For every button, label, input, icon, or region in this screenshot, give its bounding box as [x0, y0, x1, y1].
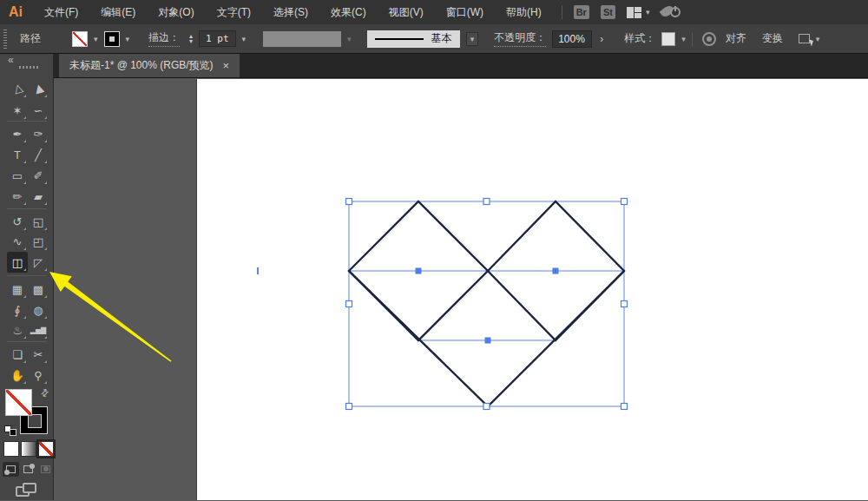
menu-bar-right: Br St ▾ [562, 4, 682, 20]
anchor-point[interactable] [416, 268, 422, 274]
menu-effect[interactable]: 效果(C) [319, 0, 378, 24]
type-tool[interactable]: T [7, 144, 28, 165]
screen-mode-button[interactable] [16, 483, 38, 498]
recolor-artwork-icon[interactable] [702, 32, 716, 46]
style-swatch[interactable] [661, 32, 675, 46]
stroke-weight-stepper[interactable]: ▴ ▾ [189, 34, 193, 44]
draw-behind-mode-button[interactable] [20, 462, 36, 477]
opacity-label[interactable]: 不透明度： [494, 30, 546, 47]
document-tab[interactable]: 未标题-1* @ 100% (RGB/预览) × [59, 54, 240, 77]
zoom-tool[interactable]: ⚲ [28, 365, 49, 386]
direct-selection-tool[interactable]: ▶ [28, 78, 49, 99]
hand-tool[interactable]: ✋ [7, 365, 28, 386]
menu-edit[interactable]: 编辑(E) [89, 0, 147, 24]
handle-top-mid[interactable] [483, 199, 490, 205]
handle-top-left[interactable] [346, 199, 352, 205]
curvature-tool[interactable]: ✑ [28, 123, 49, 144]
selection-tool[interactable]: ▷ [7, 78, 28, 99]
shape-builder-tool[interactable]: ◫ [7, 252, 28, 273]
handle-bottom-right[interactable] [621, 404, 628, 410]
menu-object[interactable]: 对象(O) [147, 0, 205, 24]
menu-view[interactable]: 视图(V) [378, 0, 435, 24]
handle-bottom-mid[interactable] [483, 404, 490, 410]
control-bar: 路径 ▾ ▾ 描边： ▴ ▾ 1 pt ▾ ▾ 基本 ▾ 不透明度： 100% … [0, 24, 868, 54]
gradient-mode-button[interactable] [21, 441, 36, 457]
column-graph-tool[interactable]: ▂▅▇ [28, 320, 49, 340]
fill-color-swatch[interactable] [72, 31, 88, 47]
gradient-tool[interactable]: ▩ [28, 279, 49, 300]
canvas[interactable] [54, 78, 868, 500]
select-similar-chevron-icon[interactable]: ▾ [816, 35, 820, 43]
menu-file[interactable]: 文件(F) [33, 0, 89, 24]
fill-color-well[interactable] [5, 389, 32, 416]
heart-shape-path[interactable] [349, 201, 624, 406]
artwork-layer [54, 78, 868, 500]
width-tool[interactable]: ∿ [7, 231, 28, 252]
stroke-weight-value[interactable]: 1 pt [199, 30, 236, 47]
stray-anchor-tick[interactable] [257, 267, 259, 274]
pencil-tool[interactable]: ✏ [7, 186, 28, 207]
eraser-tool[interactable]: ▰ [28, 186, 49, 207]
brush-definition-dropdown[interactable]: 基本 [367, 30, 460, 48]
line-segment-tool[interactable]: ╱ [28, 144, 49, 165]
menu-separator [562, 5, 562, 19]
perspective-grid-tool[interactable]: ◸ [28, 252, 49, 273]
color-mode-button[interactable] [3, 441, 19, 457]
scale-tool[interactable]: ◱ [28, 211, 49, 232]
style-chevron-icon[interactable]: ▾ [681, 35, 686, 43]
opacity-expand-icon[interactable]: › [598, 33, 605, 45]
select-similar-icon[interactable] [799, 34, 810, 43]
anchor-point[interactable] [553, 268, 559, 274]
workspace-switcher[interactable]: ▾ [627, 7, 650, 18]
collapse-panel-icon[interactable]: « [8, 54, 14, 66]
handle-mid-right[interactable] [621, 301, 628, 307]
anchor-points[interactable] [416, 268, 559, 344]
swap-fill-stroke-icon[interactable]: ⇄ [38, 386, 52, 400]
handle-top-right[interactable] [621, 199, 628, 205]
draw-inside-mode-button[interactable] [37, 462, 54, 477]
paintbrush-tool[interactable]: ✐ [28, 165, 49, 186]
eyedropper-tool[interactable]: ∮ [7, 300, 28, 320]
brush-chevron-icon[interactable]: ▾ [466, 32, 479, 46]
stock-button[interactable]: St [601, 5, 615, 19]
slice-tool[interactable]: ✂ [28, 344, 49, 365]
document-tab-bar: 未标题-1* @ 100% (RGB/预览) × [54, 54, 868, 78]
menu-bar: Ai 文件(F) 编辑(E) 对象(O) 文字(T) 选择(S) 效果(C) 视… [0, 0, 868, 24]
none-mode-button[interactable] [38, 441, 54, 457]
menu-type[interactable]: 文字(T) [206, 0, 262, 24]
rotate-tool[interactable]: ↺ [7, 211, 28, 232]
gpu-performance-icon[interactable] [661, 4, 681, 20]
menu-window[interactable]: 窗口(W) [435, 0, 495, 24]
mesh-tool[interactable]: ▦ [7, 279, 28, 300]
stroke-color-swatch[interactable] [104, 31, 120, 47]
stepper-down-icon[interactable]: ▾ [189, 39, 193, 44]
transform-button[interactable]: 变换 [762, 31, 783, 46]
magic-wand-tool[interactable]: ✶ [7, 100, 28, 121]
pen-tool[interactable]: ✒ [7, 123, 28, 144]
fill-chevron-icon[interactable]: ▾ [94, 35, 98, 43]
symbol-sprayer-tool[interactable]: ♨ [7, 320, 28, 340]
align-button[interactable]: 对齐 [726, 31, 746, 46]
menu-select[interactable]: 选择(S) [262, 0, 319, 24]
anchor-point[interactable] [485, 338, 491, 344]
handle-bottom-left[interactable] [346, 404, 352, 410]
rectangle-tool[interactable]: ▭ [7, 165, 28, 186]
handle-mid-left[interactable] [346, 301, 352, 307]
default-fill-stroke-icon[interactable] [4, 425, 16, 436]
dock-grip-icon[interactable] [19, 66, 40, 69]
app-logo[interactable]: Ai [9, 4, 23, 20]
selection-bounding-box[interactable] [349, 201, 624, 406]
stroke-chevron-icon[interactable]: ▾ [126, 35, 130, 43]
stroke-weight-label[interactable]: 描边： [148, 30, 180, 47]
panel-grip-icon[interactable] [3, 30, 7, 49]
blend-tool[interactable]: ◍ [28, 300, 49, 320]
tab-close-icon[interactable]: × [223, 61, 230, 71]
lasso-tool[interactable]: ∽ [28, 100, 49, 121]
opacity-value-input[interactable]: 100% [552, 30, 592, 48]
stroke-weight-chevron-icon[interactable]: ▾ [242, 35, 247, 43]
bridge-button[interactable]: Br [574, 5, 589, 19]
menu-help[interactable]: 帮助(H) [495, 0, 553, 24]
draw-normal-mode-button[interactable] [3, 462, 19, 477]
free-transform-tool[interactable]: ◰ [28, 231, 49, 252]
artboard-tool[interactable]: ❏ [7, 344, 28, 365]
